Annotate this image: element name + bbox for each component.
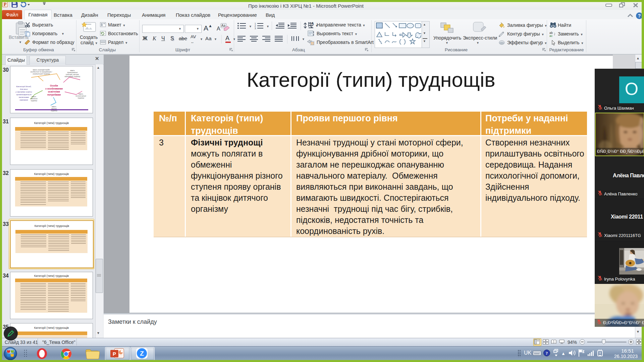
svg-text:інтелектуальні: інтелектуальні xyxy=(76,95,86,97)
svg-text:у закладах освіти: у закладах освіти xyxy=(15,91,32,93)
svg-text:мають: мають xyxy=(32,96,36,98)
svg-text:P: P xyxy=(4,2,7,7)
svg-text:функціональні: функціональні xyxy=(67,72,78,73)
svg-text:P: P xyxy=(113,351,116,357)
svg-text:Особи: Особи xyxy=(50,84,58,87)
svg-text:мають: мають xyxy=(70,70,75,71)
svg-text:мають: мають xyxy=(52,106,56,108)
svg-text:Аа: Аа xyxy=(221,24,226,27)
svg-text:(сенсорні, моторні,: (сенсорні, моторні, xyxy=(66,74,79,75)
svg-text:труднощі: труднощі xyxy=(77,97,84,99)
svg-text:1: 1 xyxy=(255,22,256,25)
svg-text:для яких: для яких xyxy=(20,88,28,90)
svg-text:2: 2 xyxy=(255,25,256,27)
svg-text:Категорії дітей,: Категорії дітей, xyxy=(16,85,32,87)
svg-text:інклюзивне: інклюзивне xyxy=(19,96,29,98)
svg-text:навчання: навчання xyxy=(20,99,28,101)
svg-text:освітніми: освітніми xyxy=(48,90,60,93)
svg-text:навчальні: навчальні xyxy=(31,98,38,100)
svg-text:?: ? xyxy=(546,351,548,356)
svg-text:(особистісні чи середовищні) /: (особистісні чи середовищні) / xyxy=(31,71,52,73)
svg-text:мають: мають xyxy=(78,93,83,95)
svg-text:мовленнєві) труднощі: мовленнєві) труднощі xyxy=(65,76,80,77)
svg-text:3: 3 xyxy=(255,27,256,29)
svg-text:потребами: потребами xyxy=(47,93,61,96)
svg-text:Z: Z xyxy=(140,350,144,357)
svg-text:A: A xyxy=(311,21,314,25)
svg-text:організовується: організовується xyxy=(16,94,31,96)
svg-text:з особливими: з особливими xyxy=(45,87,63,90)
svg-text:труднощі: труднощі xyxy=(31,100,37,102)
svg-text:?: ? xyxy=(638,13,641,18)
svg-text:соціокультурні труднощі: соціокультурні труднощі xyxy=(33,73,50,75)
svg-text:ac: ac xyxy=(549,34,553,37)
svg-text:мають соціоадаптаційні: мають соціоадаптаційні xyxy=(33,69,50,71)
